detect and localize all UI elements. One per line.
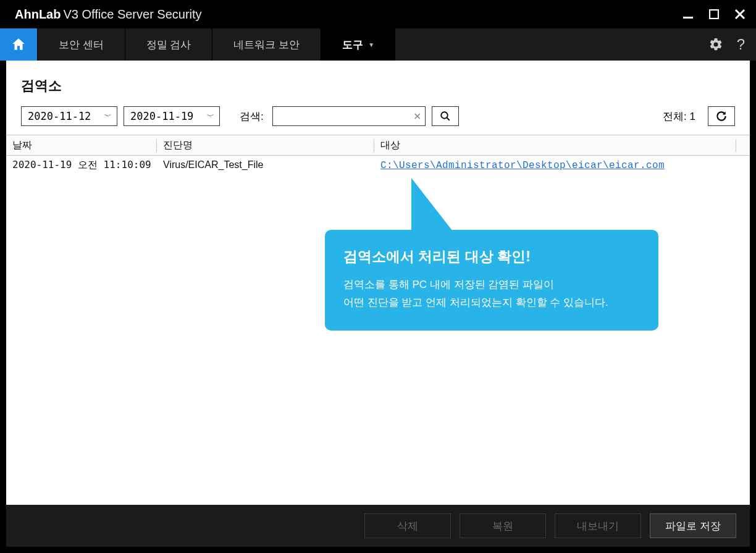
tab-detailed-scan[interactable]: 정밀 검사 xyxy=(125,28,212,61)
col-header-date[interactable]: 날짜 xyxy=(6,139,157,152)
svg-point-2 xyxy=(441,112,448,119)
tab-network-security[interactable]: 네트워크 보안 xyxy=(212,28,321,61)
col-header-target[interactable]: 대상 xyxy=(374,139,736,152)
cell-target: C:\Users\Administrator\Desktop\eicar\eic… xyxy=(374,159,750,171)
col-header-diagnosis[interactable]: 진단명 xyxy=(157,139,374,152)
export-button[interactable]: 내보내기 xyxy=(555,513,641,538)
tab-tools[interactable]: 도구 ▼ xyxy=(321,28,395,61)
settings-button[interactable] xyxy=(708,37,723,52)
page-title: 검역소 xyxy=(6,61,750,106)
help-icon: ? xyxy=(737,36,745,53)
help-button[interactable]: ? xyxy=(737,36,745,53)
table-body: 2020-11-19 오전 11:10:09 Virus/EICAR_Test_… xyxy=(6,156,750,505)
table-header: 날짜 진단명 대상 xyxy=(6,135,750,156)
search-box: ✕ xyxy=(272,106,426,126)
svg-line-3 xyxy=(447,117,450,120)
window-controls xyxy=(682,8,746,20)
callout-headline: 검역소에서 처리된 대상 확인! xyxy=(343,247,640,266)
app-window: AhnLab V3 Office Server Security 보안 센터 정… xyxy=(0,0,756,553)
date-to-value: 2020-11-19 xyxy=(130,110,193,122)
brand-name: AhnLab xyxy=(15,7,61,22)
chevron-down-icon: ﹀ xyxy=(207,111,214,122)
delete-button[interactable]: 삭제 xyxy=(364,513,451,538)
callout-line1: 검역소를 통해 PC 내에 저장된 감염된 파일이 xyxy=(343,276,640,294)
search-label: 검색: xyxy=(240,109,264,124)
table-row[interactable]: 2020-11-19 오전 11:10:09 Virus/EICAR_Test_… xyxy=(6,156,750,174)
close-icon: ✕ xyxy=(413,111,421,122)
filter-bar: 2020-11-12 ﹀ 2020-11-19 ﹀ 검색: ✕ xyxy=(6,106,750,135)
date-to-picker[interactable]: 2020-11-19 ﹀ xyxy=(124,106,220,126)
callout-line2: 어떤 진단을 받고 언제 처리되었는지 확인할 수 있습니다. xyxy=(343,294,640,312)
date-from-picker[interactable]: 2020-11-12 ﹀ xyxy=(21,106,117,126)
search-icon xyxy=(440,111,451,122)
home-icon xyxy=(10,36,27,53)
gear-icon xyxy=(708,37,723,52)
footer-bar: 삭제 복원 내보내기 파일로 저장 xyxy=(6,505,750,547)
callout-tail-icon xyxy=(411,178,455,234)
nav-tabbar: 보안 센터 정밀 검사 네트워크 보안 도구 ▼ ? xyxy=(0,28,756,61)
info-callout: 검역소에서 처리된 대상 확인! 검역소를 통해 PC 내에 저장된 감염된 파… xyxy=(325,178,658,331)
tab-label: 도구 xyxy=(342,38,363,52)
refresh-button[interactable] xyxy=(708,106,735,126)
tab-label: 정밀 검사 xyxy=(146,38,191,52)
tab-label: 보안 센터 xyxy=(59,38,104,52)
total-count-label: 전체: 1 xyxy=(663,109,695,124)
target-link[interactable]: C:\Users\Administrator\Desktop\eicar\eic… xyxy=(380,160,665,171)
cell-date: 2020-11-19 오전 11:10:09 xyxy=(6,159,157,172)
close-button[interactable] xyxy=(734,8,746,20)
svg-rect-1 xyxy=(710,10,718,19)
tab-security-center[interactable]: 보안 센터 xyxy=(37,28,125,61)
dropdown-caret-icon: ▼ xyxy=(368,41,374,48)
refresh-icon xyxy=(715,110,728,122)
product-name: V3 Office Server Security xyxy=(63,7,201,22)
svg-rect-0 xyxy=(683,17,693,19)
chevron-down-icon: ﹀ xyxy=(104,111,112,122)
titlebar: AhnLab V3 Office Server Security xyxy=(0,0,756,28)
maximize-button[interactable] xyxy=(708,8,720,20)
tab-label: 네트워크 보안 xyxy=(233,38,300,52)
home-tab[interactable] xyxy=(0,28,37,61)
search-input[interactable] xyxy=(277,111,413,122)
content-panel: 검역소 2020-11-12 ﹀ 2020-11-19 ﹀ 검색: ✕ xyxy=(6,61,750,505)
date-from-value: 2020-11-12 xyxy=(28,110,91,122)
cell-diagnosis: Virus/EICAR_Test_File xyxy=(157,159,374,171)
search-button[interactable] xyxy=(432,106,459,126)
minimize-button[interactable] xyxy=(682,8,694,20)
clear-search-button[interactable]: ✕ xyxy=(413,111,421,122)
save-to-file-button[interactable]: 파일로 저장 xyxy=(650,513,736,538)
restore-button[interactable]: 복원 xyxy=(460,513,546,538)
